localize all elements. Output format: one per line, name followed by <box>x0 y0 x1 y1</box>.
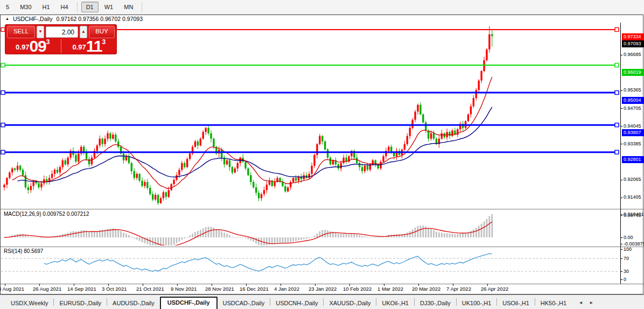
sell-price-sup: 3 <box>46 39 50 45</box>
price-tick-label: 0.94045 <box>624 123 644 129</box>
price-badge: 0.97093 <box>622 40 644 47</box>
tab-usdcnh-daily[interactable]: USDCNH-,Daily <box>270 298 323 309</box>
rsi-tick-label: 0 <box>624 277 644 283</box>
price-tick-mark <box>620 55 622 55</box>
price-badge: 0.96019 <box>622 69 644 76</box>
buy-button[interactable]: BUY <box>89 26 115 38</box>
tab-usdx-weekly[interactable]: USDX,Weekly <box>5 298 53 309</box>
date-tick-label: 20 Mar 2022 <box>412 286 440 292</box>
date-tick-label: 7 Apr 2022 <box>446 286 471 292</box>
buy-price-sup: 3 <box>102 39 106 45</box>
macd-tick-label: 0.00 <box>624 235 644 241</box>
timeframe-button-h1[interactable]: H1 <box>38 2 55 12</box>
rsi-tick-mark <box>620 249 622 250</box>
price-tick-label: 0.91405 <box>624 194 644 200</box>
date-tick-label: 26 Aug 2021 <box>33 286 61 292</box>
date-tick-label: 21 Oct 2021 <box>136 286 164 292</box>
volume-increase-button[interactable]: ▲ <box>80 26 87 38</box>
tab-eurusd-daily[interactable]: EURUSD-,Daily <box>54 298 107 309</box>
price-tick-label: 0.92065 <box>624 177 644 182</box>
timeframe-button-d1[interactable]: D1 <box>81 2 99 12</box>
rsi-tick-mark <box>620 279 622 280</box>
tab-uk100-h1[interactable]: UK100-,H1 <box>457 298 496 309</box>
tab-hk50-h1[interactable]: HK50-,H1 <box>535 298 572 309</box>
price-axis-line <box>620 23 621 284</box>
price-badge: 0.93807 <box>622 129 644 136</box>
rsi-tick-label: 100 <box>624 247 644 252</box>
tab-ukoil-h1[interactable]: UKOil-,H1 <box>376 298 414 309</box>
buy-price-big: 11 <box>86 39 102 53</box>
date-tick-label: 23 Jan 2022 <box>309 286 337 292</box>
price-tick-label: 0.94705 <box>624 106 644 111</box>
sell-button[interactable]: SELL <box>7 26 35 38</box>
date-tick-label: 1 Mar 2022 <box>377 286 403 292</box>
date-tick-label: 28 Nov 2021 <box>205 286 234 292</box>
date-tick-label: 10 Feb 2022 <box>343 286 372 292</box>
timeframe-toolbar: 5M30H1H4D1W1MN <box>0 0 644 15</box>
tab-usdcad-daily[interactable]: USDCAD-,Daily <box>218 298 270 309</box>
timeframe-button-h4[interactable]: H4 <box>56 2 73 12</box>
macd-tick-mark <box>620 214 622 215</box>
tab-usoil-h1[interactable]: USOil-,H1 <box>497 298 535 309</box>
date-tick-label: 9 Nov 2021 <box>171 286 197 292</box>
timeframe-button-w1[interactable]: W1 <box>100 2 118 12</box>
date-tick-label: 3 Oct 2021 <box>102 286 127 292</box>
sell-price-big: 09 <box>29 39 46 53</box>
price-tick-mark <box>620 215 622 216</box>
buy-price[interactable]: 0.97113 <box>61 38 117 54</box>
timeframe-button-m30[interactable]: M30 <box>15 2 36 12</box>
date-tick-label: 26 Apr 2022 <box>481 286 508 292</box>
price-tick-mark <box>620 126 622 127</box>
one-click-trade-panel: SELL ▼ ▲ BUY 0.97093 0.97113 <box>5 24 117 54</box>
rsi-tick-mark <box>620 258 622 259</box>
rsi-label: RSI(14) 80.5697 <box>4 248 43 254</box>
panel-splitter[interactable] <box>1 247 644 247</box>
date-tick-label: 14 Sep 2021 <box>67 286 96 292</box>
price-tick-label: 0.93385 <box>624 141 644 147</box>
tab-dj30-daily[interactable]: DJ30-,Daily <box>415 298 456 309</box>
price-badge: 0.95004 <box>622 97 644 104</box>
price-badge: 0.97334 <box>622 33 644 40</box>
buy-price-prefix: 0.97 <box>72 41 86 53</box>
macd-tick-label: 0.010401 <box>624 212 644 217</box>
price-tick-mark <box>620 90 622 91</box>
volume-input[interactable] <box>46 26 78 38</box>
panel-splitter[interactable] <box>1 209 644 209</box>
rsi-tick-mark <box>620 271 622 272</box>
chart-window[interactable]: ▲ USDCHF-,Daily 0.97162 0.97356 0.96702 … <box>0 15 643 294</box>
rsi-tick-label: 30 <box>624 269 644 275</box>
triangle-icon: ▲ <box>5 17 9 20</box>
chart-symbol-period: USDCHF-,Daily <box>13 16 53 22</box>
macd-tick-mark <box>620 237 622 238</box>
toolbar-separator <box>142 2 142 12</box>
tab-xauusd-daily[interactable]: XAUUSD-,Daily <box>324 298 376 309</box>
chart-tab-bar: USDX,WeeklyEURUSD-,DailyAUDUSD-,DailyUSD… <box>0 294 644 309</box>
price-tick-mark <box>620 198 622 198</box>
tab-scroll-arrows[interactable]: ◂ ▸ <box>579 299 596 305</box>
price-tick-label: 0.95365 <box>624 87 644 93</box>
timeframe-button-mn[interactable]: MN <box>119 2 138 12</box>
date-tick-label: 8 Aug 2021 <box>0 286 24 292</box>
tab-audusd-daily[interactable]: AUDUSD-,Daily <box>107 298 160 309</box>
timeframe-button-5[interactable]: 5 <box>1 2 14 12</box>
date-tick-label: 4 Jan 2022 <box>274 286 299 292</box>
rsi-tick-label: 70 <box>624 256 644 262</box>
price-tick-mark <box>620 144 622 144</box>
chart-ohlc-values: 0.97162 0.97356 0.96702 0.97093 <box>56 16 143 22</box>
price-tick-mark <box>620 180 622 180</box>
toolbar-separator <box>77 2 78 12</box>
price-tick-mark <box>620 108 622 109</box>
panel-splitter <box>1 284 644 284</box>
sell-price-prefix: 0.97 <box>16 41 29 53</box>
price-badge: 0.92801 <box>622 156 644 163</box>
tab-usdchf-daily[interactable]: USDCHF-,Daily <box>160 297 218 309</box>
date-tick-label: 16 Dec 2021 <box>240 286 269 292</box>
sell-price[interactable]: 0.97093 <box>5 38 61 54</box>
macd-label: MACD(12,26,9) 0.009752 0.007212 <box>4 211 89 217</box>
macd-tick-mark <box>620 244 622 244</box>
price-tick-label: 0.96685 <box>624 52 644 58</box>
chart-title-bar: ▲ USDCHF-,Daily 0.97162 0.97356 0.96702 … <box>1 15 643 23</box>
volume-decrease-button[interactable]: ▼ <box>37 26 44 38</box>
